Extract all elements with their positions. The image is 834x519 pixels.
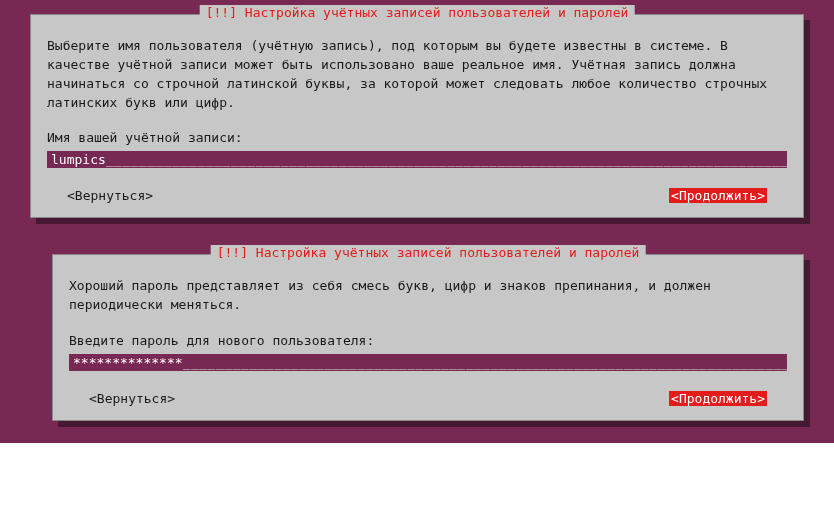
button-row: <Вернуться> <Продолжить> bbox=[47, 184, 787, 203]
dialog-title: [!!] Настройка учётных записей пользоват… bbox=[211, 245, 646, 260]
password-input[interactable]: ************** bbox=[69, 354, 787, 371]
username-input[interactable]: lumpics bbox=[47, 151, 787, 168]
username-value: lumpics bbox=[51, 152, 106, 167]
instructions-text: Хороший пароль представляет из себя смес… bbox=[69, 277, 787, 315]
username-prompt: Имя вашей учётной записи: bbox=[47, 130, 787, 145]
dialog-title: [!!] Настройка учётных записей пользоват… bbox=[200, 5, 635, 20]
input-underline bbox=[106, 152, 787, 167]
back-button[interactable]: <Вернуться> bbox=[89, 391, 175, 406]
continue-button[interactable]: <Продолжить> bbox=[669, 391, 767, 406]
username-config-screen: [!!] Настройка учётных записей пользоват… bbox=[0, 0, 834, 240]
password-value: ************** bbox=[73, 355, 183, 370]
back-button[interactable]: <Вернуться> bbox=[67, 188, 153, 203]
instructions-text: Выберите имя пользователя (учётную запис… bbox=[47, 37, 787, 112]
password-dialog: [!!] Настройка учётных записей пользоват… bbox=[52, 254, 804, 421]
password-prompt: Введите пароль для нового пользователя: bbox=[69, 333, 787, 348]
password-config-screen: [!!] Настройка учётных записей пользоват… bbox=[0, 240, 834, 443]
button-row: <Вернуться> <Продолжить> bbox=[69, 387, 787, 406]
username-dialog: [!!] Настройка учётных записей пользоват… bbox=[30, 14, 804, 218]
input-underline bbox=[183, 355, 787, 370]
continue-button[interactable]: <Продолжить> bbox=[669, 188, 767, 203]
